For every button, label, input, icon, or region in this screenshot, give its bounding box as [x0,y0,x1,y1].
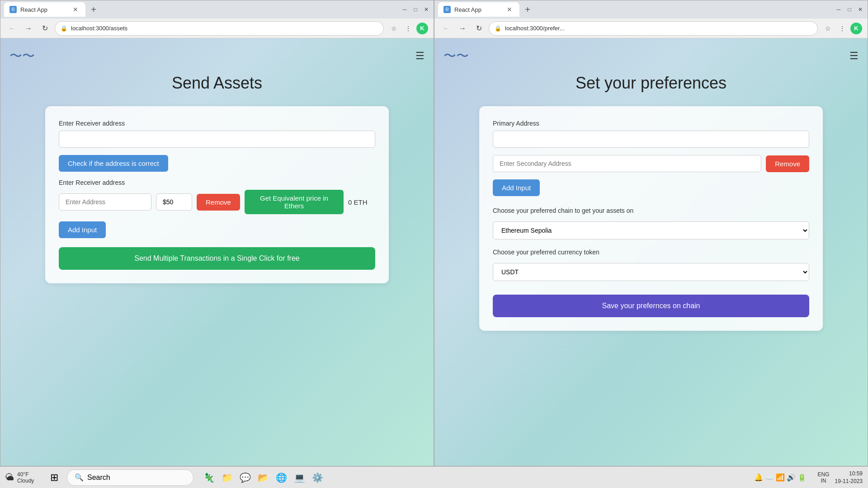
left-toolbar-icons: ☆ ⋮ K [387,22,428,35]
receiver-label-2: Enter Receiver address [59,179,375,186]
taskbar-icon-chat[interactable]: 💬 [237,469,253,486]
right-toolbar-icons: ☆ ⋮ K [821,22,862,35]
right-menu-btn[interactable]: ☰ [849,50,859,62]
receiver-label-top: Enter Receiver address [59,120,375,127]
taskbar-search-icon: 🔍 [75,473,84,482]
language-indicator: ENG IN [818,471,830,484]
primary-address-label: Primary Address [493,120,809,127]
left-favicon: R [9,6,17,13]
right-url-bar[interactable]: 🔒 localhost:3000/prefer... [489,21,818,36]
left-address-bar: ← → ↻ 🔒 localhost:3000/assets ☆ ⋮ K [0,19,434,38]
right-bookmark-icon[interactable]: ☆ [821,22,834,35]
left-forward-btn[interactable]: → [22,22,35,35]
right-minimize-btn[interactable]: ─ [835,6,842,13]
right-browser-window: R React App ✕ + ─ □ ✕ ← → ↻ 🔒 localhost [434,0,868,466]
left-tab-close[interactable]: ✕ [71,5,80,14]
check-address-btn[interactable]: Check if the address is correct [59,155,168,172]
taskbar-icon-code[interactable]: ⚙️ [309,469,326,486]
amount-input[interactable] [156,193,192,211]
left-lock-icon: 🔒 [61,25,67,32]
right-window-controls: ─ □ ✕ [835,6,864,13]
left-menu-icon[interactable]: ☰ [415,50,425,62]
right-app-header: 〜〜 ☰ [443,47,859,65]
right-profile-btn[interactable]: K [850,23,862,34]
send-multiple-btn[interactable]: Send Multiple Transactions in a Single C… [59,247,375,270]
right-logo-icon: 〜〜 [443,47,469,65]
chain-label: Choose your preferred chain to get your … [493,207,809,214]
add-input-btn-left[interactable]: Add Input [59,221,106,238]
taskbar-clock: 10:59 19-11-2023 [835,470,863,485]
right-favicon: R [443,6,451,13]
left-url-bar[interactable]: 🔒 localhost:3000/assets [55,21,384,36]
left-profile-btn[interactable]: K [416,23,428,34]
left-url-text: localhost:3000/assets [71,25,127,32]
receiver-address-input[interactable] [59,131,375,148]
right-page-content: 〜〜 ☰ Set your preferences Primary Addres… [434,38,868,466]
battery-icon[interactable]: 🔋 [797,473,807,482]
right-refresh-btn[interactable]: ↻ [472,22,485,35]
weather-temp: 40°F [17,471,34,478]
taskbar-icon-animal[interactable]: 🦎 [201,469,217,486]
get-equivalent-btn[interactable]: Get Equivalent price in Ethers [245,190,344,214]
receiver-input-row: Remove Get Equivalent price in Ethers 0 … [59,190,375,214]
right-address-bar: ← → ↻ 🔒 localhost:3000/prefer... ☆ ⋮ K [434,19,868,38]
save-preferences-btn[interactable]: Save your prefernces on chain [493,295,809,317]
address-input[interactable] [59,193,151,211]
cloud-icon[interactable]: ☁️ [765,473,774,482]
taskbar-app-icons: 🦎 📁 💬 📂 🌐 💻 ⚙️ [201,469,326,486]
chain-select[interactable]: Ethereum Sepolia Ethereum Mainnet Polygo… [493,221,809,239]
right-tab-close[interactable]: ✕ [505,5,514,14]
left-refresh-btn[interactable]: ↻ [38,22,51,35]
remove-btn-left[interactable]: Remove [197,194,240,211]
left-page-content: 〜〜 ☰ Send Assets Enter Receiver address … [0,38,434,466]
preferences-title: Set your preferences [576,74,726,93]
right-tab-title: React App [454,6,501,13]
left-new-tab-btn[interactable]: + [87,3,100,16]
restore-btn[interactable]: □ [412,6,419,13]
volume-icon[interactable]: 🔊 [787,473,796,482]
left-tab[interactable]: R React App ✕ [4,2,85,17]
wifi-icon[interactable]: 📶 [776,473,785,482]
taskbar-sys-icons: 🔔 ☁️ 📶 🔊 🔋 [754,473,807,482]
left-back-btn[interactable]: ← [6,22,19,35]
taskbar-icon-files[interactable]: 📂 [255,469,271,486]
right-forward-btn[interactable]: → [456,22,469,35]
remove-btn-right[interactable]: Remove [766,155,809,172]
taskbar-right: 🔔 ☁️ 📶 🔊 🔋 ENG IN 10:59 19-11-2023 [754,470,863,485]
taskbar-icon-folder[interactable]: 📁 [219,469,235,486]
minimize-btn[interactable]: ─ [401,6,408,13]
taskbar-search-label: Search [87,474,110,482]
right-menu-icon[interactable]: ⋮ [836,22,849,35]
left-tab-title: React App [20,6,67,13]
taskbar-icon-dev[interactable]: 💻 [291,469,307,486]
taskbar-weather: 🌥 40°F Cloudy [5,471,42,484]
weather-icon: 🌥 [5,472,14,483]
send-assets-page: 〜〜 ☰ Send Assets Enter Receiver address … [0,38,434,466]
right-close-btn[interactable]: ✕ [857,6,864,13]
primary-address-input[interactable] [493,131,809,148]
right-new-tab-btn[interactable]: + [521,3,534,16]
preferences-page: 〜〜 ☰ Set your preferences Primary Addres… [434,38,868,466]
notification-icon[interactable]: 🔔 [754,473,763,482]
weather-condition: Cloudy [17,478,34,484]
add-input-btn-right[interactable]: Add Input [493,179,540,196]
close-btn[interactable]: ✕ [423,6,430,13]
left-logo-icon: 〜〜 [9,47,35,65]
secondary-address-input[interactable] [493,155,761,172]
send-assets-card: Enter Receiver address Check if the addr… [45,106,389,283]
bookmark-star-icon[interactable]: ☆ [387,22,400,35]
right-lock-icon: 🔒 [495,25,501,32]
right-tab[interactable]: R React App ✕ [438,2,519,17]
right-back-btn[interactable]: ← [440,22,453,35]
right-url-text: localhost:3000/prefer... [505,25,565,32]
right-restore-btn[interactable]: □ [846,6,853,13]
left-window-controls: ─ □ ✕ [401,6,430,13]
left-app-header: 〜〜 ☰ [9,47,425,65]
start-button[interactable]: ⊞ [45,469,63,487]
taskbar-search-bar[interactable]: 🔍 Search [67,469,193,486]
left-browser-window: R React App ✕ + ─ □ ✕ ← → ↻ 🔒 localhost [0,0,434,466]
taskbar: 🌥 40°F Cloudy ⊞ 🔍 Search 🦎 📁 💬 📂 🌐 💻 ⚙️ [0,466,868,488]
profile-menu-icon[interactable]: ⋮ [402,22,415,35]
currency-select[interactable]: USDT USDC ETH DAI [493,263,809,281]
taskbar-icon-browser[interactable]: 🌐 [273,469,289,486]
